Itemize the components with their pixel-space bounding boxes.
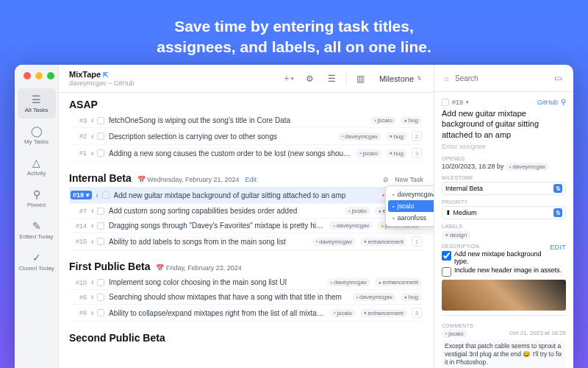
label-chip[interactable]: design bbox=[442, 231, 470, 239]
columns-icon[interactable]: ▥ bbox=[353, 71, 369, 87]
task-number: #3 bbox=[71, 117, 87, 124]
check-icon[interactable]: ⊘ bbox=[383, 176, 389, 183]
priority-icon: ıl bbox=[91, 150, 93, 157]
maximize-icon[interactable] bbox=[47, 72, 54, 79]
github-link[interactable]: GitHub bbox=[537, 99, 558, 106]
assignee-chip[interactable]: jscalo bbox=[345, 207, 370, 215]
task-row[interactable]: #1ılAdding a new song causes the custom … bbox=[69, 145, 423, 162]
edit-description[interactable]: Edit bbox=[550, 244, 566, 251]
task-row[interactable]: #7ılAdd custom song sorting capabilities… bbox=[69, 204, 423, 219]
nav-my-tasks[interactable]: ◯My Tasks bbox=[18, 120, 56, 150]
label-chip[interactable]: enhancement bbox=[360, 309, 407, 317]
checklist-item[interactable]: Include new header image in assets. bbox=[442, 266, 566, 277]
left-nav: ☰All Tasks ◯My Tasks △Activity ⚲Pinned ✎… bbox=[15, 65, 59, 368]
task-checkbox[interactable] bbox=[97, 309, 104, 316]
labels-label: LABELS bbox=[442, 224, 566, 229]
priority-icon: ıl bbox=[91, 133, 93, 140]
add-button[interactable]: ＋▾ bbox=[280, 71, 296, 87]
issue-checkbox[interactable] bbox=[442, 99, 449, 106]
assignee-chip[interactable]: jscalo bbox=[330, 309, 356, 317]
priority-icon: ıl bbox=[91, 279, 93, 286]
task-number: #1 bbox=[71, 149, 87, 157]
priority-icon: ıl bbox=[91, 294, 93, 300]
assignee-chip[interactable]: daveymcgav bbox=[338, 132, 381, 141]
main-pane: MixTape ⇱ daveymcgav – GitHub ＋▾ ⚙ ☰ ▥ M… bbox=[59, 65, 434, 368]
popup-option[interactable]: daveymcgav bbox=[388, 188, 434, 200]
task-checkbox[interactable] bbox=[97, 294, 104, 301]
task-list: ASAP#3ılfetchOneSong is wiping out the s… bbox=[59, 93, 434, 368]
task-checkbox[interactable] bbox=[97, 132, 104, 140]
close-icon[interactable] bbox=[24, 72, 31, 79]
nav-pinned[interactable]: ⚲Pinned bbox=[18, 183, 56, 213]
nav-all-tasks[interactable]: ☰All Tasks bbox=[18, 88, 56, 118]
label-chip[interactable]: bug bbox=[386, 132, 407, 141]
task-checkbox[interactable] bbox=[97, 208, 104, 215]
external-icon[interactable]: ⇱ bbox=[103, 71, 109, 79]
milestone-select[interactable]: Milestone⇅ bbox=[375, 73, 426, 85]
assignee-chip[interactable]: daveymcgav bbox=[353, 293, 396, 301]
comment-count: 3 bbox=[412, 308, 422, 318]
search-input[interactable] bbox=[442, 72, 545, 85]
assignee-chip[interactable]: daveymcgav bbox=[329, 222, 373, 230]
task-title: Ability to collapse/expand mixtapes righ… bbox=[109, 309, 326, 317]
task-number: #6 bbox=[71, 294, 87, 301]
label-chip[interactable]: bug bbox=[401, 293, 422, 301]
popup-option[interactable]: jscalo bbox=[388, 200, 434, 212]
nav-activity[interactable]: △Activity bbox=[18, 152, 56, 182]
task-checkbox[interactable] bbox=[97, 117, 104, 124]
assignee-input[interactable]: Enter assignee bbox=[442, 143, 566, 150]
task-checkbox[interactable] bbox=[97, 222, 104, 230]
priority-icon: ıl bbox=[91, 238, 93, 245]
opened-value: 10/20/2023, 16:28 by daveymcgav bbox=[442, 163, 566, 171]
person-icon: ◯ bbox=[18, 125, 56, 137]
task-row[interactable]: #14ılDragging songs through "Davey's Fav… bbox=[69, 219, 423, 233]
priority-icon: ıl bbox=[96, 192, 98, 199]
task-row[interactable]: #2ılDescription selection is carrying ov… bbox=[69, 128, 423, 145]
checklist-item[interactable]: Add new mixtape background type. bbox=[442, 250, 550, 265]
priority-icon: ıl bbox=[91, 208, 93, 214]
nav-closed-today[interactable]: ✓Closed Today bbox=[18, 247, 56, 277]
sidebar-toggle-icon[interactable]: ▭ bbox=[550, 70, 566, 86]
detail-toolbar: ▭ bbox=[434, 65, 573, 92]
task-row[interactable]: #8ılAbility to collapse/expand mixtapes … bbox=[69, 305, 423, 322]
minimize-icon[interactable] bbox=[35, 72, 43, 79]
priority-icon: ıl bbox=[91, 117, 93, 124]
task-title: Dragging songs through "Davey's Favorite… bbox=[109, 222, 325, 230]
task-checkbox[interactable] bbox=[97, 149, 104, 157]
filter-icon[interactable]: ☰ bbox=[324, 71, 340, 87]
issue-title[interactable]: Add new guitar mixtape background of gui… bbox=[442, 108, 566, 140]
assignee-chip[interactable]: daveymcgav bbox=[312, 238, 356, 246]
comment-author: jscalo bbox=[442, 330, 467, 338]
section-date: 📅 Friday, February 23, 2024 bbox=[156, 264, 241, 272]
assignee-chip[interactable]: jscalo bbox=[370, 116, 396, 124]
label-chip[interactable]: bug bbox=[401, 116, 422, 124]
nav-edited-today[interactable]: ✎Edited Today bbox=[18, 215, 56, 245]
label-chip[interactable]: enhancement bbox=[375, 278, 422, 286]
milestone-select[interactable]: Internal Beta⇅ bbox=[442, 182, 566, 195]
task-checkbox[interactable] bbox=[97, 279, 104, 286]
priority-select[interactable]: ⬍ Medium⇅ bbox=[442, 206, 566, 219]
popup-option[interactable]: aaronfoss bbox=[388, 212, 434, 224]
task-row[interactable]: #10ılImplement song color choosing in th… bbox=[69, 275, 423, 290]
label-chip[interactable]: bug bbox=[386, 149, 407, 158]
task-checkbox[interactable] bbox=[97, 238, 104, 245]
task-row[interactable]: #19 ▾ılAdd new guitar mixtape background… bbox=[69, 187, 423, 204]
assignee-chip[interactable]: daveymcgav bbox=[327, 278, 370, 286]
section-title: First Public Beta bbox=[69, 261, 150, 272]
label-chip[interactable]: enhancement bbox=[360, 238, 407, 246]
task-checkbox[interactable] bbox=[102, 191, 110, 199]
pin-icon[interactable]: ⚲ bbox=[561, 98, 566, 106]
attachment-image[interactable] bbox=[442, 280, 566, 311]
assignee-chip[interactable]: jscalo bbox=[356, 149, 381, 158]
task-row[interactable]: #6ılSearching should show mixtapes that … bbox=[69, 290, 423, 305]
pin-icon: ⚲ bbox=[18, 188, 56, 200]
task-row[interactable]: #15ılAbility to add labels to songs from… bbox=[69, 233, 423, 250]
section-title: Internal Beta bbox=[69, 172, 132, 184]
task-row[interactable]: #3ılfetchOneSong is wiping out the song'… bbox=[69, 113, 423, 128]
gear-icon[interactable]: ⚙ bbox=[302, 71, 318, 87]
section-title: Second Public Beta bbox=[69, 332, 165, 344]
detail-pane: ▭ #19▾ GitHub ⚲ Add new guitar mixtape b… bbox=[434, 65, 573, 368]
milestone-label: MILESTONE bbox=[442, 175, 566, 180]
new-task-button[interactable]: New Task bbox=[395, 176, 423, 183]
edit-link[interactable]: Edit bbox=[245, 176, 257, 183]
